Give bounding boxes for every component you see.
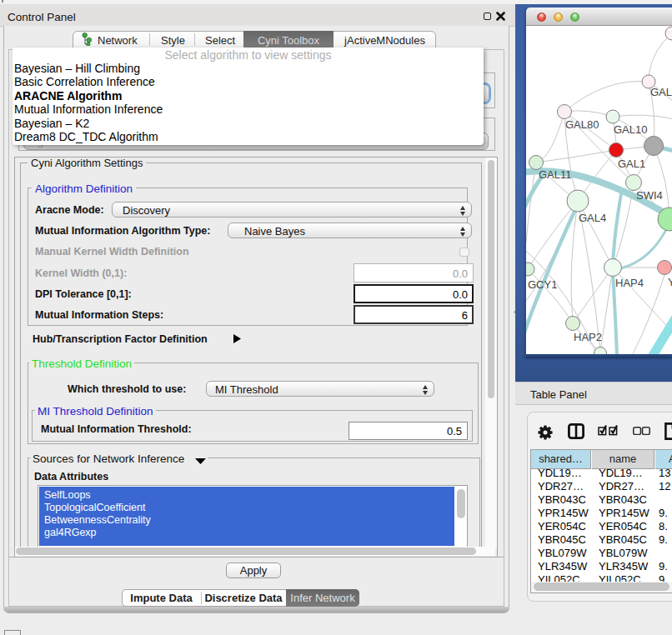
svg-text:HAP4: HAP4 xyxy=(615,277,644,289)
svg-text:Y: Y xyxy=(668,276,672,288)
svg-text:GAL80: GAL80 xyxy=(565,118,599,131)
svg-text:GAL1: GAL1 xyxy=(618,158,645,170)
svg-text:GAL4: GAL4 xyxy=(579,212,606,224)
svg-text:GAL2: GAL2 xyxy=(650,86,672,98)
svg-text:SWI4: SWI4 xyxy=(636,189,663,202)
svg-text:GAL11: GAL11 xyxy=(539,168,572,181)
svg-text:HAP2: HAP2 xyxy=(574,331,602,343)
svg-text:GAL10: GAL10 xyxy=(614,123,647,136)
svg-text:GCY1: GCY1 xyxy=(528,278,557,291)
